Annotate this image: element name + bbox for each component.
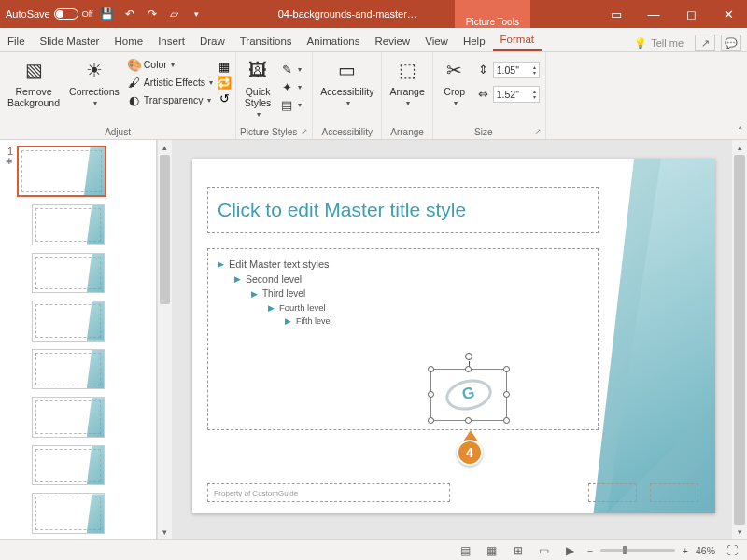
footer-placeholder[interactable]: Property of CustomGuide [207,483,450,502]
tab-file[interactable]: File [0,31,33,51]
resize-handle[interactable] [503,366,510,372]
resize-handle[interactable] [503,417,510,424]
thumbnail-scrollbar[interactable]: ▴ ▾ [157,140,172,539]
layout-thumbnail[interactable] [32,349,105,390]
accessibility-icon: ▭ [333,56,361,84]
change-picture-icon[interactable]: 🔁 [217,75,232,90]
scroll-up-icon[interactable]: ▴ [732,140,747,155]
close-icon[interactable]: ✕ [710,0,747,28]
layout-thumbnail[interactable] [32,445,105,486]
scroll-down-icon[interactable]: ▾ [732,525,747,539]
slide-master: Click to edit Master title style ▶Edit M… [192,159,715,513]
quick-styles-button[interactable]: 🖼 Quick Styles▾ [240,54,275,120]
tab-slide-master[interactable]: Slide Master [33,31,107,51]
compress-pictures-icon[interactable]: ▦ [217,59,232,74]
arrange-button[interactable]: ⬚ Arrange▾ [386,54,428,109]
slide-background-accent [580,159,715,513]
zoom-slider[interactable] [600,549,675,552]
scroll-up-icon[interactable]: ▴ [158,140,172,155]
tab-home[interactable]: Home [106,31,150,51]
layout-thumbnail[interactable] [32,204,105,245]
picture-styles-launcher-icon[interactable]: ⤢ [301,127,308,136]
slide-canvas[interactable]: Click to edit Master title style ▶Edit M… [172,140,747,539]
autosave-label: AutoSave [6,8,50,20]
start-slideshow-icon[interactable]: ▱ [166,6,183,22]
tab-draw[interactable]: Draw [192,31,233,51]
autosave-state: Off [82,9,93,19]
sorter-view-icon[interactable]: ⊞ [509,543,528,558]
height-input[interactable]: ⇕1.05"▴▾ [474,61,542,79]
save-icon[interactable]: 💾 [99,6,116,22]
width-input[interactable]: ⇔1.52"▴▾ [474,85,542,104]
layout-icon: ▤ [279,98,294,113]
undo-icon[interactable]: ↶ [121,6,138,22]
tab-transitions[interactable]: Transitions [233,31,300,51]
autosave-toggle[interactable]: AutoSave Off [6,8,93,20]
tab-help[interactable]: Help [456,31,493,51]
collapse-ribbon-icon[interactable]: ˄ [738,125,743,137]
zoom-percent[interactable]: 46% [696,545,715,556]
size-launcher-icon[interactable]: ⤢ [534,127,542,136]
selected-picture[interactable] [430,369,507,421]
slide-master-thumbnail[interactable] [17,146,106,197]
comments-icon[interactable]: 💬 [721,35,741,51]
date-placeholder[interactable] [588,483,637,502]
ribbon-options-icon[interactable]: ▭ [598,0,635,28]
resize-handle[interactable] [428,417,434,424]
rotate-handle-icon[interactable] [465,353,472,360]
corrections-button[interactable]: ☀ Corrections▾ [65,54,123,110]
resize-handle[interactable] [503,391,510,398]
tell-me-search[interactable]: 💡Tell me [628,37,689,49]
notes-button-icon[interactable]: ▤ [457,543,475,558]
tab-format[interactable]: Format [493,29,542,51]
zoom-out-icon[interactable]: − [587,545,593,556]
tab-view[interactable]: View [417,31,456,51]
star-icon: ✱ [6,157,13,166]
qat-dropdown-icon[interactable]: ▾ [189,6,205,22]
border-icon: ✎ [279,63,294,77]
tab-review[interactable]: Review [367,31,417,51]
resize-handle[interactable] [465,417,472,424]
adjust-group-label: Adjust [4,127,232,139]
ribbon: ▧ Remove Background ☀ Corrections▾ 🎨Colo… [0,52,747,140]
redo-icon[interactable]: ↷ [144,6,161,22]
thumbnail-pane: 1 ✱ [0,140,157,539]
master-index: 1 [4,146,13,157]
canvas-scrollbar[interactable]: ▴ ▾ [732,140,747,539]
minimize-icon[interactable]: — [635,0,672,28]
remove-background-button[interactable]: ▧ Remove Background [4,54,63,110]
effects-icon: ✦ [279,80,294,95]
picture-effects-button[interactable]: ✦▾ [277,79,303,96]
slideshow-view-icon[interactable]: ▶ [561,543,580,558]
resize-handle[interactable] [428,366,434,372]
layout-thumbnail[interactable] [32,253,105,294]
title-placeholder[interactable]: Click to edit Master title style [207,187,599,233]
tab-insert[interactable]: Insert [150,31,192,51]
normal-view-icon[interactable]: ▦ [483,543,501,558]
fit-to-window-icon[interactable]: ⛶ [723,543,741,558]
share-icon[interactable]: ↗ [695,35,715,51]
title-bar: AutoSave Off 💾 ↶ ↷ ▱ ▾ 04-backgrounds-an… [0,0,747,28]
transparency-button[interactable]: ◐Transparency▾ [125,91,215,108]
layout-thumbnail[interactable] [32,493,105,534]
zoom-in-icon[interactable]: + [683,545,688,556]
step-callout: 4 [457,430,485,469]
crop-button[interactable]: ✂ Crop▾ [437,54,472,109]
color-button[interactable]: 🎨Color▾ [125,56,215,73]
layout-thumbnail[interactable] [32,301,105,342]
restore-icon[interactable]: ◻ [672,0,710,28]
layout-thumbnail[interactable] [32,397,105,438]
reset-picture-icon[interactable]: ↺ [217,91,232,105]
tab-animations[interactable]: Animations [300,31,368,51]
slide-number-placeholder[interactable] [650,483,698,502]
resize-handle[interactable] [428,391,434,398]
picture-border-button[interactable]: ✎▾ [277,62,303,78]
scroll-down-icon[interactable]: ▾ [158,525,172,539]
content-placeholder[interactable]: ▶Edit Master text styles ▶Second level ▶… [207,248,599,430]
alt-text-button[interactable]: ▭ Accessibility▾ [317,54,377,109]
artistic-effects-button[interactable]: 🖌Artistic Effects▾ [125,74,215,91]
reading-view-icon[interactable]: ▭ [535,543,554,558]
remove-bg-icon: ▧ [20,56,48,84]
picture-layout-button[interactable]: ▤▾ [277,97,303,114]
resize-handle[interactable] [465,366,472,372]
